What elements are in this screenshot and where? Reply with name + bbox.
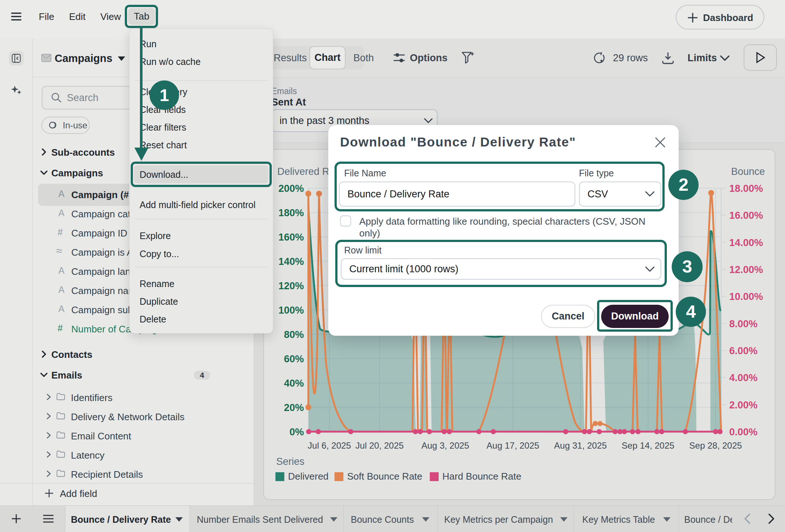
svg-text:16.00%: 16.00% bbox=[729, 210, 763, 221]
svg-text:18.00%: 18.00% bbox=[729, 183, 763, 194]
svg-text:10.00%: 10.00% bbox=[729, 291, 763, 302]
svg-text:14.00%: 14.00% bbox=[729, 237, 763, 248]
svg-text:Soft Bounce Rate: Soft Bounce Rate bbox=[347, 471, 422, 482]
svg-text:Sep 28, 2025: Sep 28, 2025 bbox=[689, 441, 742, 450]
svg-text:2.00%: 2.00% bbox=[729, 400, 758, 411]
svg-text:12.00%: 12.00% bbox=[729, 264, 763, 275]
svg-text:Delivered Ra: Delivered Ra bbox=[277, 166, 335, 177]
svg-text:120%: 120% bbox=[278, 280, 304, 291]
svg-text:0.00%: 0.00% bbox=[729, 426, 758, 438]
svg-text:Delivered: Delivered bbox=[288, 471, 329, 482]
svg-text:160%: 160% bbox=[278, 232, 304, 243]
svg-text:180%: 180% bbox=[278, 207, 304, 218]
svg-text:6.00%: 6.00% bbox=[729, 345, 758, 356]
svg-text:140%: 140% bbox=[278, 256, 304, 267]
svg-text:40%: 40% bbox=[284, 378, 304, 389]
svg-text:80%: 80% bbox=[284, 329, 304, 340]
svg-text:4.00%: 4.00% bbox=[729, 372, 758, 383]
svg-text:60%: 60% bbox=[284, 353, 304, 365]
svg-text:200%: 200% bbox=[278, 183, 304, 194]
svg-text:Bounce: Bounce bbox=[731, 166, 765, 177]
svg-text:Sep 14, 2025: Sep 14, 2025 bbox=[622, 441, 675, 450]
svg-text:20%: 20% bbox=[284, 402, 304, 413]
svg-text:Aug 31, 2025: Aug 31, 2025 bbox=[554, 441, 607, 450]
svg-text:Aug 3, 2025: Aug 3, 2025 bbox=[421, 441, 469, 450]
svg-text:Jul 20, 2025: Jul 20, 2025 bbox=[356, 441, 404, 450]
svg-text:Jul 6, 2025: Jul 6, 2025 bbox=[308, 441, 351, 450]
svg-text:Aug 17, 2025: Aug 17, 2025 bbox=[487, 441, 539, 450]
svg-text:Series: Series bbox=[276, 456, 305, 467]
svg-text:0%: 0% bbox=[289, 426, 304, 438]
svg-text:Hard Bounce Rate: Hard Bounce Rate bbox=[442, 471, 521, 482]
svg-text:8.00%: 8.00% bbox=[729, 318, 758, 329]
svg-text:100%: 100% bbox=[278, 305, 304, 316]
